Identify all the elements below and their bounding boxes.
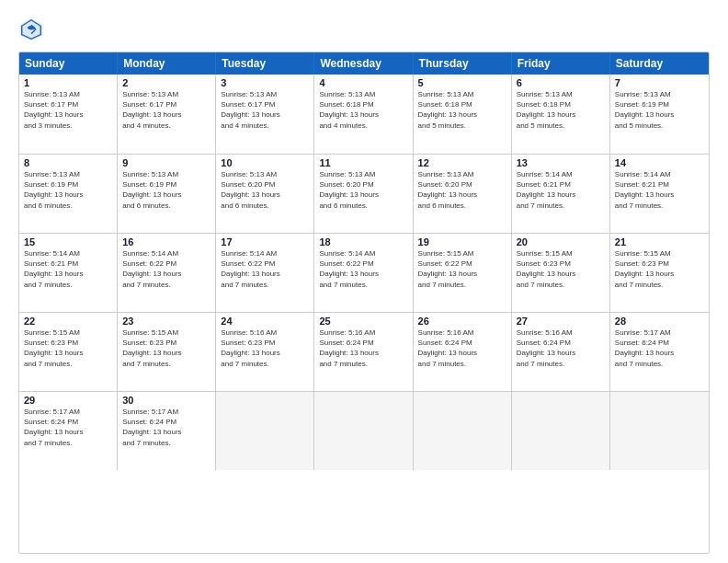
day-cell-15: 15Sunrise: 5:14 AM Sunset: 6:21 PM Dayli… (19, 234, 118, 312)
week-row-3: 15Sunrise: 5:14 AM Sunset: 6:21 PM Dayli… (19, 233, 709, 312)
day-cell-13: 13Sunrise: 5:14 AM Sunset: 6:21 PM Dayli… (512, 155, 610, 233)
day-info: Sunrise: 5:13 AM Sunset: 6:19 PM Dayligh… (24, 169, 112, 211)
day-info: Sunrise: 5:16 AM Sunset: 6:24 PM Dayligh… (319, 327, 407, 369)
day-number: 3 (221, 77, 309, 88)
day-cell-6: 6Sunrise: 5:13 AM Sunset: 6:18 PM Daylig… (512, 75, 610, 154)
day-number: 10 (221, 157, 309, 168)
day-info: Sunrise: 5:13 AM Sunset: 6:17 PM Dayligh… (122, 89, 210, 131)
day-info: Sunrise: 5:13 AM Sunset: 6:20 PM Dayligh… (418, 169, 506, 211)
day-cell-empty (610, 392, 709, 470)
week-row-4: 22Sunrise: 5:15 AM Sunset: 6:23 PM Dayli… (19, 312, 709, 391)
day-cell-5: 5Sunrise: 5:13 AM Sunset: 6:18 PM Daylig… (414, 75, 512, 154)
day-cell-21: 21Sunrise: 5:15 AM Sunset: 6:23 PM Dayli… (610, 234, 709, 312)
day-number: 5 (418, 77, 506, 88)
day-number: 25 (319, 316, 407, 327)
page: SundayMondayTuesdayWednesdayThursdayFrid… (0, 0, 728, 563)
day-number: 1 (24, 77, 112, 88)
day-info: Sunrise: 5:13 AM Sunset: 6:19 PM Dayligh… (122, 169, 210, 211)
calendar-header: SundayMondayTuesdayWednesdayThursdayFrid… (19, 52, 709, 75)
day-number: 23 (122, 316, 210, 327)
day-info: Sunrise: 5:13 AM Sunset: 6:17 PM Dayligh… (24, 89, 112, 131)
day-info: Sunrise: 5:16 AM Sunset: 6:24 PM Dayligh… (418, 327, 506, 369)
day-info: Sunrise: 5:16 AM Sunset: 6:24 PM Dayligh… (517, 327, 605, 369)
day-cell-10: 10Sunrise: 5:13 AM Sunset: 6:20 PM Dayli… (216, 155, 314, 233)
day-cell-26: 26Sunrise: 5:16 AM Sunset: 6:24 PM Dayli… (414, 313, 512, 391)
week-row-5: 29Sunrise: 5:17 AM Sunset: 6:24 PM Dayli… (19, 391, 709, 470)
day-number: 12 (418, 157, 506, 168)
day-number: 22 (24, 316, 112, 327)
day-number: 14 (615, 157, 704, 168)
day-info: Sunrise: 5:17 AM Sunset: 6:24 PM Dayligh… (122, 407, 210, 448)
day-cell-empty (314, 392, 413, 470)
day-info: Sunrise: 5:15 AM Sunset: 6:23 PM Dayligh… (122, 327, 210, 369)
day-info: Sunrise: 5:15 AM Sunset: 6:23 PM Dayligh… (517, 248, 605, 290)
day-number: 13 (517, 157, 605, 168)
day-number: 20 (517, 236, 605, 247)
day-info: Sunrise: 5:14 AM Sunset: 6:22 PM Dayligh… (122, 248, 210, 290)
day-info: Sunrise: 5:13 AM Sunset: 6:17 PM Dayligh… (221, 89, 309, 131)
day-cell-1: 1Sunrise: 5:13 AM Sunset: 6:17 PM Daylig… (19, 75, 118, 154)
day-number: 24 (221, 316, 309, 327)
day-cell-24: 24Sunrise: 5:16 AM Sunset: 6:23 PM Dayli… (216, 313, 314, 391)
day-info: Sunrise: 5:15 AM Sunset: 6:22 PM Dayligh… (418, 248, 506, 290)
header-day-tuesday: Tuesday (216, 52, 314, 75)
logo-icon (18, 17, 44, 42)
day-info: Sunrise: 5:14 AM Sunset: 6:22 PM Dayligh… (319, 248, 407, 290)
day-info: Sunrise: 5:13 AM Sunset: 6:18 PM Dayligh… (418, 89, 506, 131)
logo (18, 17, 48, 42)
day-cell-7: 7Sunrise: 5:13 AM Sunset: 6:19 PM Daylig… (610, 75, 709, 154)
day-cell-27: 27Sunrise: 5:16 AM Sunset: 6:24 PM Dayli… (512, 313, 610, 391)
day-info: Sunrise: 5:14 AM Sunset: 6:22 PM Dayligh… (221, 248, 309, 290)
header-day-thursday: Thursday (414, 52, 512, 75)
day-number: 19 (418, 236, 506, 247)
header-day-wednesday: Wednesday (314, 52, 413, 75)
day-info: Sunrise: 5:15 AM Sunset: 6:23 PM Dayligh… (615, 248, 704, 290)
day-number: 17 (221, 236, 309, 247)
day-cell-23: 23Sunrise: 5:15 AM Sunset: 6:23 PM Dayli… (118, 313, 216, 391)
day-cell-28: 28Sunrise: 5:17 AM Sunset: 6:24 PM Dayli… (610, 313, 709, 391)
calendar: SundayMondayTuesdayWednesdayThursdayFrid… (18, 52, 710, 554)
day-cell-16: 16Sunrise: 5:14 AM Sunset: 6:22 PM Dayli… (118, 234, 216, 312)
day-cell-18: 18Sunrise: 5:14 AM Sunset: 6:22 PM Dayli… (314, 234, 413, 312)
day-cell-empty (512, 392, 610, 470)
day-info: Sunrise: 5:14 AM Sunset: 6:21 PM Dayligh… (24, 248, 112, 290)
header-day-friday: Friday (512, 52, 610, 75)
day-number: 2 (122, 77, 210, 88)
day-cell-12: 12Sunrise: 5:13 AM Sunset: 6:20 PM Dayli… (414, 155, 512, 233)
day-number: 7 (615, 77, 704, 88)
day-info: Sunrise: 5:13 AM Sunset: 6:18 PM Dayligh… (319, 89, 407, 131)
day-info: Sunrise: 5:13 AM Sunset: 6:18 PM Dayligh… (517, 89, 605, 131)
day-number: 29 (24, 395, 112, 406)
day-cell-30: 30Sunrise: 5:17 AM Sunset: 6:24 PM Dayli… (118, 392, 216, 470)
day-info: Sunrise: 5:13 AM Sunset: 6:20 PM Dayligh… (319, 169, 407, 211)
day-number: 28 (615, 316, 704, 327)
day-cell-22: 22Sunrise: 5:15 AM Sunset: 6:23 PM Dayli… (19, 313, 118, 391)
day-info: Sunrise: 5:15 AM Sunset: 6:23 PM Dayligh… (24, 327, 112, 369)
day-cell-4: 4Sunrise: 5:13 AM Sunset: 6:18 PM Daylig… (314, 75, 413, 154)
day-info: Sunrise: 5:17 AM Sunset: 6:24 PM Dayligh… (615, 327, 704, 369)
day-cell-2: 2Sunrise: 5:13 AM Sunset: 6:17 PM Daylig… (118, 75, 216, 154)
day-cell-14: 14Sunrise: 5:14 AM Sunset: 6:21 PM Dayli… (610, 155, 709, 233)
day-cell-17: 17Sunrise: 5:14 AM Sunset: 6:22 PM Dayli… (216, 234, 314, 312)
day-number: 26 (418, 316, 506, 327)
week-row-1: 1Sunrise: 5:13 AM Sunset: 6:17 PM Daylig… (19, 75, 709, 154)
day-info: Sunrise: 5:16 AM Sunset: 6:23 PM Dayligh… (221, 327, 309, 369)
day-number: 11 (319, 157, 407, 168)
day-cell-empty (216, 392, 314, 470)
week-row-2: 8Sunrise: 5:13 AM Sunset: 6:19 PM Daylig… (19, 154, 709, 233)
header-day-saturday: Saturday (610, 52, 709, 75)
day-cell-19: 19Sunrise: 5:15 AM Sunset: 6:22 PM Dayli… (414, 234, 512, 312)
day-number: 8 (24, 157, 112, 168)
day-number: 15 (24, 236, 112, 247)
day-number: 9 (122, 157, 210, 168)
day-info: Sunrise: 5:13 AM Sunset: 6:20 PM Dayligh… (221, 169, 309, 211)
header-day-monday: Monday (118, 52, 216, 75)
header-day-sunday: Sunday (19, 52, 118, 75)
day-number: 18 (319, 236, 407, 247)
day-info: Sunrise: 5:14 AM Sunset: 6:21 PM Dayligh… (615, 169, 704, 211)
day-number: 6 (517, 77, 605, 88)
day-cell-25: 25Sunrise: 5:16 AM Sunset: 6:24 PM Dayli… (314, 313, 413, 391)
day-number: 16 (122, 236, 210, 247)
day-number: 21 (615, 236, 704, 247)
day-cell-29: 29Sunrise: 5:17 AM Sunset: 6:24 PM Dayli… (19, 392, 118, 470)
